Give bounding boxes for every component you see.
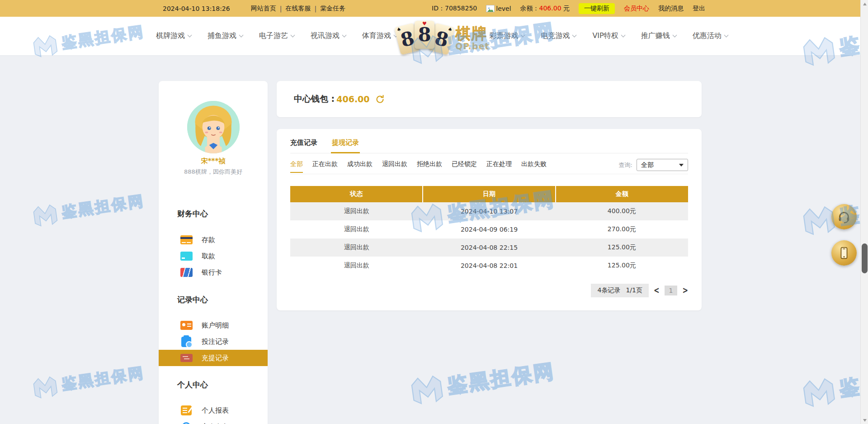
nav-item-board-games[interactable]: 棋牌游戏 <box>156 31 191 41</box>
sidebar-item-recharge-withdraw-record[interactable]: 充提记录 <box>159 350 268 366</box>
my-messages-link[interactable]: 我的消息 <box>658 5 684 13</box>
filters-row: 全部 正在出款 成功出款 退回出款 拒绝出款 已经锁定 正在处理 出款失败 查询… <box>290 160 688 174</box>
filter-failed[interactable]: 出款失败 <box>521 160 547 172</box>
sidebar-item-bank-card[interactable]: 银行卡 <box>159 264 268 281</box>
scroll-up-arrow[interactable] <box>861 0 868 8</box>
watermark: 鉴黑担保网 <box>30 188 146 229</box>
cell-date: 2024-04-08 22:15 <box>423 238 555 257</box>
separator: | <box>280 5 282 12</box>
tagline-text: 888棋牌，因你而美好 <box>159 168 268 176</box>
sidebar-item-deposit[interactable]: 存款 <box>159 232 268 248</box>
header-date: 日期 <box>423 186 555 202</box>
nav-item-promotion-earn[interactable]: 推广赚钱 <box>641 31 676 41</box>
filter-success[interactable]: 成功出款 <box>347 160 373 172</box>
section-title-personal: 个人中心 <box>159 380 268 390</box>
headset-icon <box>837 210 851 224</box>
balance-value: 406.00 <box>539 5 561 12</box>
filter-paying[interactable]: 正在出款 <box>312 160 338 172</box>
nav-item-slot-games[interactable]: 电子游艺 <box>259 31 294 41</box>
cell-date: 2024-04-09 06:19 <box>423 220 555 238</box>
separator: | <box>314 5 316 12</box>
level-badge: level <box>486 5 511 12</box>
chevron-down-icon <box>679 164 684 167</box>
sidebar-item-withdraw[interactable]: 取款 <box>159 248 268 264</box>
nav-item-lottery-games[interactable]: 彩票游戏 <box>489 31 524 41</box>
page-summary: 4条记录 1/1页 <box>591 284 648 297</box>
security-center-icon <box>180 421 193 424</box>
filter-all[interactable]: 全部 <box>290 160 303 172</box>
header-status: 状态 <box>290 186 423 202</box>
chevron-down-icon <box>521 33 525 38</box>
sidebar-item-personal-report[interactable]: 个人报表 <box>159 402 268 419</box>
wallet-value: 406.00 <box>336 94 369 104</box>
nav-item-vip-privilege[interactable]: VIP特权 <box>592 31 624 41</box>
records-table: 状态 日期 金额 退回出款 2024-04-10 13:07 400.00元 退… <box>290 186 688 275</box>
logout-link[interactable]: 登出 <box>693 5 705 13</box>
sidebar-item-security-center[interactable]: 安全中心 <box>159 419 268 424</box>
query-label: 查询: <box>619 161 632 169</box>
bounty-task-link[interactable]: 棠金任务 <box>320 5 345 13</box>
chevron-down-icon <box>621 33 625 38</box>
table-row: 退回出款 2024-04-08 22:01 125.00元 <box>290 257 688 275</box>
scroll-down-arrow[interactable] <box>861 416 868 424</box>
sidebar: 宋***祯 888棋牌，因你而美好 财务中心 存款 取款 银行卡 记录中心 账户… <box>159 81 268 424</box>
cell-date: 2024-04-10 13:07 <box>423 202 555 220</box>
chevron-down-icon <box>239 33 244 38</box>
one-key-refresh-button[interactable]: 一键刷新 <box>579 3 615 14</box>
cell-amount: 125.00元 <box>556 257 688 275</box>
record-count: 4条记录 <box>597 286 620 295</box>
watermark: 鉴黑担保网 <box>407 354 557 408</box>
sidebar-item-bet-record[interactable]: 投注记录 <box>159 333 268 350</box>
float-customer-service-button[interactable] <box>831 204 857 229</box>
prev-page-button[interactable]: < <box>654 285 660 295</box>
home-link[interactable]: 网站首页 <box>251 5 276 13</box>
filter-locked[interactable]: 已经锁定 <box>452 160 477 172</box>
nav-group-left: 棋牌游戏 捕鱼游戏 电子游艺 视讯游戏 体育游戏 <box>156 31 397 41</box>
balance-unit: 元 <box>563 5 570 12</box>
page-info: 1/1页 <box>626 286 642 295</box>
wallet-refresh-icon[interactable] <box>375 95 385 104</box>
filter-processing[interactable]: 正在处理 <box>486 160 512 172</box>
chevron-down-icon <box>572 33 577 38</box>
page-number-1[interactable]: 1 <box>665 286 678 295</box>
account-detail-icon <box>180 320 193 331</box>
scrollbar-thumb[interactable] <box>862 243 868 273</box>
nav-group-right: 彩票游戏 电竞游戏 VIP特权 推广赚钱 优惠活动 <box>489 31 727 41</box>
nav-item-esports-games[interactable]: 电竞游戏 <box>541 31 576 41</box>
section-title-finance: 财务中心 <box>159 209 268 219</box>
cell-status: 退回出款 <box>290 202 423 220</box>
sidebar-item-account-detail[interactable]: 账户明细 <box>159 317 268 333</box>
withdraw-card-icon <box>180 251 193 262</box>
site-logo[interactable]: ♠8 ♥8 ♠8 棋牌 QP.bet <box>397 21 489 55</box>
main-navbar: 棋牌游戏 捕鱼游戏 电子游艺 视讯游戏 体育游戏 ♠8 ♥8 ♠8 棋牌 QP.… <box>0 17 868 55</box>
phone-icon <box>838 246 850 260</box>
watermark: 鉴黑担保网 <box>30 360 146 401</box>
chevron-down-icon <box>342 33 347 38</box>
nav-item-promo-activity[interactable]: 优惠活动 <box>693 31 728 41</box>
chevron-down-icon <box>724 33 728 38</box>
tab-withdraw-record[interactable]: 提现记录 <box>332 138 359 153</box>
table-header-row: 状态 日期 金额 <box>290 186 688 202</box>
topbar: 2024-04-10 13:18:26 网站首页 | 在线客服 | 棠金任务 I… <box>0 0 868 17</box>
logo-text: 棋牌 QP.bet <box>455 25 489 51</box>
datetime-text: 2024-04-10 13:18:26 <box>163 5 230 12</box>
customer-service-link[interactable]: 在线客服 <box>285 5 311 13</box>
member-center-link[interactable]: 会员中心 <box>624 5 649 13</box>
query-group: 查询: 全部 <box>619 159 688 174</box>
scrollbar[interactable] <box>860 0 868 424</box>
tab-recharge-record[interactable]: 充值记录 <box>290 138 317 153</box>
filter-rejected[interactable]: 拒绝出款 <box>417 160 442 172</box>
nav-item-fishing-games[interactable]: 捕鱼游戏 <box>208 31 243 41</box>
float-mobile-app-button[interactable] <box>831 240 857 266</box>
topbar-right: ID：70858250 level 余额：406.00 元 一键刷新 会员中心 … <box>432 3 705 14</box>
query-select[interactable]: 全部 <box>637 159 688 171</box>
broken-image-icon <box>486 5 495 12</box>
table-row: 退回出款 2024-04-08 22:15 125.00元 <box>290 238 688 257</box>
nav-item-live-games[interactable]: 视讯游戏 <box>311 31 346 41</box>
filter-returned[interactable]: 退回出款 <box>382 160 407 172</box>
cell-status: 退回出款 <box>290 220 423 238</box>
wallet-card: 中心钱包 : 406.00 <box>277 81 702 117</box>
cell-amount: 400.00元 <box>556 202 688 220</box>
next-page-button[interactable]: > <box>682 285 688 295</box>
nav-item-sports-games[interactable]: 体育游戏 <box>362 31 397 41</box>
